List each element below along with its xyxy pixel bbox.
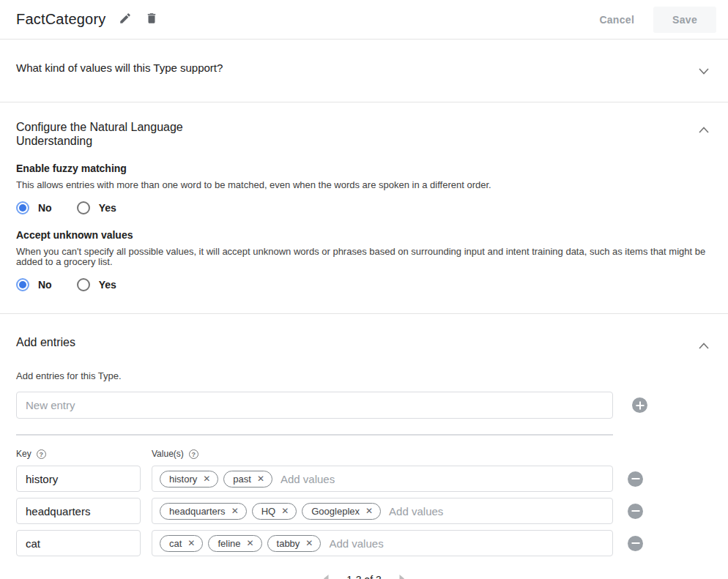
radio-label: No xyxy=(38,202,52,214)
pencil-icon xyxy=(119,12,132,27)
fuzzy-matching-description: This allows entries with more than one w… xyxy=(16,180,712,190)
table-divider xyxy=(16,434,613,436)
fuzzy-matching-radio-group: No Yes xyxy=(16,201,712,214)
chevron-down-icon xyxy=(699,66,709,77)
nlu-section: Configure the Natural Language Understan… xyxy=(0,102,728,314)
key-help-icon[interactable]: ? xyxy=(37,449,46,459)
entry-values-field[interactable]: history✕past✕Add values xyxy=(152,466,613,492)
delete-type-button[interactable] xyxy=(144,10,160,29)
next-page-button[interactable] xyxy=(398,572,406,579)
radio-unselected-icon xyxy=(77,201,90,214)
values-help-icon[interactable]: ? xyxy=(189,449,198,459)
nlu-title: Configure the Natural Language Understan… xyxy=(16,120,207,148)
values-column-header: Value(s) xyxy=(152,449,184,459)
pagination-label: 1-3 of 3 xyxy=(346,574,381,579)
entry-rows: history✕past✕Add values headquarters✕HQ✕… xyxy=(16,466,712,556)
radio-selected-icon xyxy=(16,201,29,214)
entry-row: cat✕feline✕tabby✕Add values xyxy=(16,530,712,556)
chip-close-icon[interactable]: ✕ xyxy=(305,539,313,548)
unknown-values-description: When you can't specify all possible valu… xyxy=(16,247,712,267)
chevron-up-icon xyxy=(699,124,709,135)
unknown-values-radio-group: No Yes xyxy=(16,278,712,291)
value-chip-label: Googleplex xyxy=(311,506,360,517)
entry-values-field[interactable]: headquarters✕HQ✕Googleplex✕Add values xyxy=(152,498,613,524)
entries-subtitle: Add entries for this Type. xyxy=(16,370,712,381)
value-chip: history✕ xyxy=(160,471,218,488)
value-chip: HQ✕ xyxy=(252,503,297,520)
value-chip-label: past xyxy=(233,474,251,485)
collapse-entries-button[interactable] xyxy=(696,337,712,354)
values-type-title: What kind of values will this Type suppo… xyxy=(16,61,223,74)
entry-row: history✕past✕Add values xyxy=(16,466,712,492)
fuzzy-yes-radio[interactable]: Yes xyxy=(77,201,116,214)
value-chip: past✕ xyxy=(223,471,272,488)
chip-close-icon[interactable]: ✕ xyxy=(281,507,289,515)
chip-close-icon[interactable]: ✕ xyxy=(187,539,195,548)
chevron-up-icon xyxy=(699,340,709,351)
value-chip: feline✕ xyxy=(208,535,261,552)
unknown-values-label: Accept unknown values xyxy=(16,229,712,241)
add-entry-button[interactable] xyxy=(632,397,647,413)
radio-label: No xyxy=(38,279,52,291)
value-chip-label: history xyxy=(169,474,197,485)
previous-page-button[interactable] xyxy=(322,572,330,579)
entries-title: Add entries xyxy=(16,336,75,349)
edit-title-button[interactable] xyxy=(117,10,133,29)
unknown-no-radio[interactable]: No xyxy=(16,278,52,291)
add-values-placeholder: Add values xyxy=(389,505,443,518)
header: FactCategory Cancel Save xyxy=(0,0,728,40)
key-column-header: Key xyxy=(16,449,31,459)
remove-entry-button[interactable] xyxy=(628,536,643,551)
values-type-section: What kind of values will this Type suppo… xyxy=(0,40,728,102)
unknown-yes-radio[interactable]: Yes xyxy=(77,278,116,291)
expand-values-type-button[interactable] xyxy=(696,63,712,80)
value-chip: tabby✕ xyxy=(267,535,322,552)
chip-close-icon[interactable]: ✕ xyxy=(203,474,210,483)
entry-values-field[interactable]: cat✕feline✕tabby✕Add values xyxy=(152,530,613,556)
entry-key-input[interactable] xyxy=(16,530,141,556)
chip-close-icon[interactable]: ✕ xyxy=(246,539,253,548)
value-chip: headquarters✕ xyxy=(160,503,247,520)
value-chip: Googleplex✕ xyxy=(302,503,381,520)
chip-close-icon[interactable]: ✕ xyxy=(231,507,239,515)
value-chip-label: tabby xyxy=(277,538,300,549)
chip-close-icon[interactable]: ✕ xyxy=(365,507,373,515)
value-chip-label: headquarters xyxy=(169,506,226,517)
radio-label: Yes xyxy=(99,279,116,291)
chip-close-icon[interactable]: ✕ xyxy=(257,474,264,483)
value-chip-label: feline xyxy=(218,538,240,549)
arrow-right-icon xyxy=(399,574,405,579)
value-chip: cat✕ xyxy=(160,535,203,552)
remove-entry-button[interactable] xyxy=(628,471,643,487)
radio-selected-icon xyxy=(16,278,29,291)
add-values-placeholder: Add values xyxy=(281,473,335,485)
fuzzy-matching-label: Enable fuzzy matching xyxy=(16,163,712,174)
radio-label: Yes xyxy=(99,202,116,214)
pagination: 1-3 of 3 xyxy=(16,572,712,579)
entry-key-input[interactable] xyxy=(16,466,141,492)
new-entry-input[interactable] xyxy=(16,392,613,419)
fuzzy-no-radio[interactable]: No xyxy=(16,201,52,214)
page-title: FactCategory xyxy=(16,11,105,28)
entry-key-input[interactable] xyxy=(16,498,141,524)
save-button[interactable]: Save xyxy=(653,7,716,33)
arrow-left-icon xyxy=(323,574,329,579)
radio-unselected-icon xyxy=(77,278,90,291)
add-values-placeholder: Add values xyxy=(329,537,383,550)
entries-section: Add entries Add entries for this Type. K… xyxy=(0,314,728,579)
collapse-nlu-button[interactable] xyxy=(696,122,712,138)
value-chip-label: cat xyxy=(169,538,182,549)
trash-icon xyxy=(145,12,158,27)
cancel-button[interactable]: Cancel xyxy=(587,8,646,31)
remove-entry-button[interactable] xyxy=(628,504,643,519)
value-chip-label: HQ xyxy=(261,506,276,517)
entry-row: headquarters✕HQ✕Googleplex✕Add values xyxy=(16,498,712,524)
